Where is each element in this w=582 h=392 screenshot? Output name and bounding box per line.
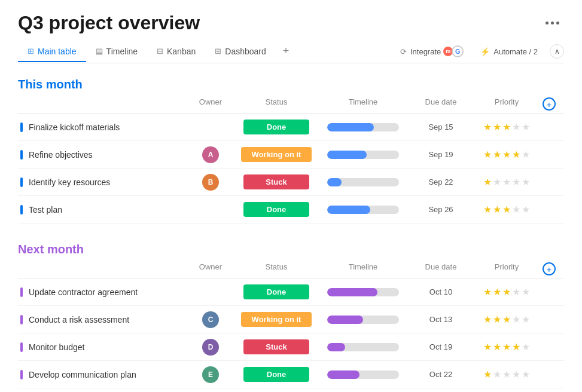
- owner-cell: C: [184, 311, 237, 328]
- more-button[interactable]: [541, 19, 564, 27]
- status-cell[interactable]: Done: [237, 284, 315, 299]
- add-column-button-this-month[interactable]: +: [543, 97, 556, 111]
- tab-dashboard[interactable]: ⊞ Dashboard: [205, 42, 276, 62]
- priority-cell: ★ ★ ★ ★ ★: [471, 121, 543, 133]
- section-next-month: Next month Owner Status Timeline Due dat…: [18, 240, 564, 388]
- priority-cell: ★ ★ ★ ★ ★: [471, 149, 543, 160]
- timeline-cell: [315, 123, 411, 131]
- table-row: Update contractor agreement Done Oct 10 …: [18, 278, 564, 306]
- due-date-cell: Sep 22: [411, 177, 471, 186]
- table-row: Test plan Done Sep 26 ★ ★ ★ ★ ★: [18, 196, 564, 223]
- tab-main-table[interactable]: ⊞ Main table: [18, 42, 86, 62]
- status-badge[interactable]: Done: [243, 120, 309, 134]
- add-column-button-next-month[interactable]: +: [543, 262, 556, 275]
- star-3: ★: [502, 369, 511, 380]
- tab-timeline-label: Timeline: [106, 47, 138, 56]
- col-priority: Priority: [471, 262, 543, 275]
- star-3: ★: [502, 149, 511, 160]
- chevron-up-button[interactable]: ∧: [550, 44, 564, 59]
- status-cell[interactable]: Done: [237, 120, 315, 134]
- timeline-bar: [327, 370, 359, 379]
- row-accent: [20, 150, 23, 160]
- star-1: ★: [483, 121, 492, 133]
- owner-cell: D: [184, 339, 237, 356]
- status-badge[interactable]: Done: [243, 284, 309, 299]
- tab-kanban[interactable]: ⊟ Kanban: [147, 42, 205, 62]
- table-row: Identify key resources B Stuck Sep 22 ★ …: [18, 169, 564, 196]
- star-3: ★: [502, 121, 511, 133]
- timeline-bar: [327, 178, 342, 186]
- status-cell[interactable]: Stuck: [237, 339, 315, 354]
- status-cell[interactable]: Done: [237, 367, 315, 382]
- status-cell[interactable]: Done: [237, 202, 315, 217]
- timeline-cell: [315, 206, 411, 214]
- row-accent: [20, 315, 23, 324]
- task-cell: Finalize kickoff materials: [18, 122, 184, 132]
- table-row: Conduct a risk assessment C Working on i…: [18, 306, 564, 333]
- more-dot: [556, 22, 559, 24]
- avatar: E: [202, 366, 219, 383]
- timeline-icon: ▤: [96, 47, 103, 56]
- tabs-row: ⊞ Main table ▤ Timeline ⊟ Kanban ⊞ Dashb…: [18, 40, 564, 63]
- status-cell[interactable]: Working on it: [237, 147, 315, 162]
- timeline-bar-wrap: [327, 123, 399, 131]
- status-badge[interactable]: Stuck: [243, 339, 309, 354]
- timeline-cell: [315, 178, 411, 186]
- timeline-bar: [327, 123, 374, 131]
- star-2: ★: [493, 149, 501, 160]
- status-badge[interactable]: Done: [243, 202, 309, 217]
- timeline-bar-wrap: [327, 151, 399, 159]
- priority-cell: ★ ★ ★ ★ ★: [471, 286, 543, 298]
- star-5: ★: [522, 369, 530, 380]
- task-name: Update contractor agreement: [29, 287, 138, 297]
- timeline-bar-wrap: [327, 206, 399, 214]
- star-4: ★: [512, 121, 520, 133]
- status-badge[interactable]: Working on it: [241, 147, 312, 162]
- avatar: D: [202, 339, 219, 356]
- status-badge[interactable]: Working on it: [241, 312, 312, 327]
- owner-cell: A: [184, 146, 237, 163]
- section-title-this-month: This month: [18, 78, 83, 91]
- star-4: ★: [512, 369, 520, 380]
- table-row: Finalize kickoff materials Done Sep 15 ★…: [18, 114, 564, 141]
- timeline-bar-wrap: [327, 316, 399, 324]
- priority-cell: ★ ★ ★ ★ ★: [471, 369, 543, 380]
- automate-button[interactable]: ⚡ Automate / 2: [476, 45, 543, 59]
- task-cell: Conduct a risk assessment: [18, 315, 184, 324]
- timeline-cell: [315, 370, 411, 379]
- due-date-cell: Oct 13: [411, 315, 471, 324]
- task-name: Develop communication plan: [29, 370, 136, 379]
- due-date-cell: Oct 19: [411, 342, 471, 351]
- star-1: ★: [483, 286, 492, 298]
- status-badge[interactable]: Done: [243, 367, 309, 382]
- col-task: [25, 97, 184, 111]
- integrate-button[interactable]: ⟳ Integrate m G: [395, 43, 468, 60]
- priority-cell: ★ ★ ★ ★ ★: [471, 314, 543, 325]
- due-date-cell: Sep 19: [411, 150, 471, 159]
- tab-add-button[interactable]: +: [276, 40, 297, 63]
- col-status: Status: [237, 97, 315, 111]
- due-date-cell: Sep 15: [411, 122, 471, 131]
- row-accent: [20, 122, 23, 132]
- col-priority: Priority: [471, 97, 543, 111]
- tab-timeline[interactable]: ▤ Timeline: [86, 42, 147, 62]
- timeline-bar: [327, 288, 377, 296]
- status-cell[interactable]: Stuck: [237, 174, 315, 189]
- status-cell[interactable]: Working on it: [237, 312, 315, 327]
- priority-cell: ★ ★ ★ ★ ★: [471, 204, 543, 215]
- star-1: ★: [483, 314, 492, 325]
- table-row: Refine objectives A Working on it Sep 19…: [18, 141, 564, 169]
- status-badge[interactable]: Stuck: [243, 174, 309, 189]
- star-3: ★: [502, 314, 511, 325]
- due-date-cell: Oct 22: [411, 370, 471, 379]
- priority-cell: ★ ★ ★ ★ ★: [471, 176, 543, 188]
- star-4: ★: [512, 286, 520, 298]
- timeline-bar-wrap: [327, 370, 399, 379]
- page-title: Q3 project overview: [18, 12, 200, 34]
- col-status: Status: [237, 262, 315, 275]
- task-cell: Test plan: [18, 205, 184, 215]
- col-timeline: Timeline: [315, 262, 411, 275]
- tabs-left: ⊞ Main table ▤ Timeline ⊟ Kanban ⊞ Dashb…: [18, 40, 296, 63]
- task-cell: Identify key resources: [18, 177, 184, 187]
- section-header-next-month: Next month: [18, 240, 564, 260]
